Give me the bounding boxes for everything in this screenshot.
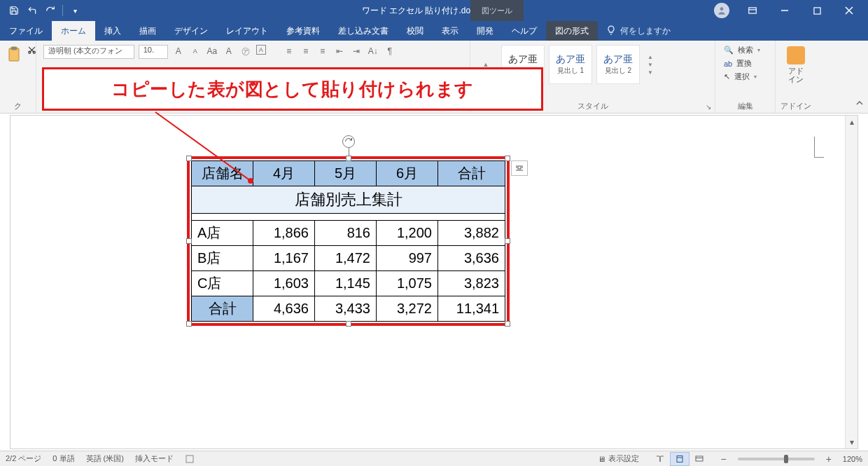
sort-icon[interactable]: A↓ — [367, 45, 379, 57]
display-settings[interactable]: 🖥 表示設定 — [598, 453, 639, 464]
style-gallery-down-icon[interactable]: ▼ — [648, 62, 653, 68]
print-layout-icon[interactable] — [670, 452, 690, 466]
tab-design[interactable]: デザイン — [165, 21, 217, 41]
callout-text: コピーした表が図として貼り付けられます — [111, 77, 474, 102]
layout-options-icon[interactable] — [511, 160, 528, 176]
tab-draw[interactable]: 描画 — [130, 21, 165, 41]
resize-handle[interactable] — [186, 156, 192, 161]
tab-file[interactable]: ファイル — [0, 21, 52, 41]
table-footer-row: 合計 4,636 3,433 3,272 11,341 — [192, 296, 505, 322]
title-bar: ▾ ワード エクセル 貼り付け.docx - Word 図ツール — [0, 0, 868, 21]
paste-icon[interactable] — [6, 43, 22, 66]
pasted-picture[interactable]: 店舗別売上集計 店舗名 4月 5月 6月 合計 A店 — [187, 156, 510, 326]
tab-help[interactable]: ヘルプ — [503, 21, 546, 41]
margin-marker — [814, 137, 824, 158]
tab-view[interactable]: 表示 — [433, 21, 468, 41]
decrease-font-icon[interactable]: A — [189, 45, 202, 57]
svg-rect-4 — [813, 7, 820, 13]
select-button[interactable]: ↖選択▾ — [724, 71, 765, 82]
annotation-callout: コピーした表が図として貼り付けられます — [42, 67, 543, 111]
qat-customize-icon[interactable]: ▾ — [66, 2, 83, 19]
vertical-scrollbar[interactable]: ▴ ▾ — [845, 116, 858, 448]
svg-rect-1 — [749, 8, 757, 13]
table-row: C店 1,603 1,145 1,075 3,823 — [192, 271, 505, 296]
tab-review[interactable]: 校閲 — [398, 21, 433, 41]
zoom-out-button[interactable]: − — [720, 453, 726, 465]
resize-handle[interactable] — [505, 321, 510, 327]
close-button[interactable] — [833, 0, 865, 21]
find-button[interactable]: 🔍検索▾ — [724, 45, 765, 55]
page[interactable]: 店舗別売上集計 店舗名 4月 5月 6月 合計 A店 — [10, 116, 844, 448]
numbering-icon[interactable]: ≡ — [300, 45, 312, 57]
collapse-ribbon-icon[interactable] — [855, 100, 864, 110]
resize-handle[interactable] — [505, 156, 510, 161]
resize-handle[interactable] — [346, 321, 351, 327]
scroll-up-icon[interactable]: ▴ — [846, 116, 858, 128]
clear-formatting-icon[interactable]: A — [223, 45, 235, 57]
tab-picture-format[interactable]: 図の形式 — [546, 21, 598, 41]
redo-icon[interactable] — [42, 2, 59, 19]
font-name-select[interactable]: 游明朝 (本文のフォン — [43, 45, 134, 59]
zoom-in-button[interactable]: + — [826, 453, 832, 465]
view-buttons — [650, 452, 709, 466]
user-avatar[interactable] — [714, 3, 729, 18]
increase-font-icon[interactable]: A — [172, 45, 185, 57]
tab-insert[interactable]: 挿入 — [95, 21, 130, 41]
tab-mailings[interactable]: 差し込み文書 — [329, 21, 398, 41]
bullets-icon[interactable]: ≡ — [283, 45, 295, 57]
show-marks-icon[interactable]: ¶ — [384, 45, 396, 57]
save-icon[interactable] — [6, 2, 22, 19]
tab-home[interactable]: ホーム — [52, 21, 95, 41]
zoom-level[interactable]: 120% — [843, 455, 862, 463]
insert-mode[interactable]: 挿入モード — [135, 453, 174, 464]
resize-handle[interactable] — [346, 156, 351, 161]
rotate-handle-icon[interactable] — [342, 135, 355, 148]
tab-developer[interactable]: 開発 — [468, 21, 503, 41]
web-layout-icon[interactable] — [690, 452, 709, 466]
document-area: 店舗別売上集計 店舗名 4月 5月 6月 合計 A店 — [10, 115, 858, 449]
font-size-select[interactable]: 10. — [139, 45, 168, 59]
language-indicator[interactable]: 英語 (米国) — [86, 453, 124, 464]
clipboard-label: ク — [0, 101, 36, 111]
minimize-button[interactable] — [769, 0, 801, 21]
quick-access-toolbar: ▾ — [0, 2, 83, 19]
word-count[interactable]: 0 単語 — [52, 453, 74, 464]
contextual-tab-header: 図ツール — [470, 0, 524, 21]
page-indicator[interactable]: 2/2 ページ — [6, 453, 41, 464]
tab-references[interactable]: 参考資料 — [277, 21, 329, 41]
change-case-icon[interactable]: Aa — [206, 45, 218, 57]
maximize-button[interactable] — [801, 0, 833, 21]
styles-launcher-icon[interactable]: ↘ — [704, 102, 713, 111]
group-editing: 🔍検索▾ ab置換 ↖選択▾ 編集 — [715, 41, 776, 113]
style-gallery-more-icon[interactable]: ▼ — [648, 69, 653, 76]
style-gallery-up-icon[interactable]: ▲ — [648, 54, 653, 60]
table-header-row: 店舗名 4月 5月 6月 合計 — [192, 161, 505, 186]
read-mode-icon[interactable] — [650, 452, 670, 466]
ribbon-display-options-icon[interactable] — [736, 0, 769, 21]
svg-rect-24 — [696, 456, 703, 461]
phonetic-guide-icon[interactable]: ㋐ — [239, 45, 252, 57]
svg-rect-22 — [677, 455, 682, 462]
char-border-icon[interactable]: A — [256, 45, 266, 55]
status-bar: 2/2 ページ 0 単語 英語 (米国) 挿入モード 🖥 表示設定 − + 12… — [0, 451, 868, 466]
qat-separator — [62, 5, 63, 16]
style-heading-2[interactable]: あア亜 見出し 2 — [596, 45, 640, 84]
decrease-indent-icon[interactable]: ⇤ — [333, 45, 346, 57]
zoom-slider-thumb[interactable] — [784, 455, 788, 463]
macro-record-icon[interactable] — [185, 454, 195, 464]
increase-indent-icon[interactable]: ⇥ — [350, 45, 363, 57]
resize-handle[interactable] — [186, 321, 192, 327]
zoom-slider[interactable] — [738, 458, 815, 460]
scroll-down-icon[interactable]: ▾ — [846, 436, 858, 448]
group-clipboard: ク — [0, 41, 36, 113]
style-heading-1[interactable]: あア亜 見出し 1 — [549, 45, 592, 84]
addin-icon[interactable] — [787, 46, 805, 64]
tell-me-search[interactable]: 何をしますか — [598, 21, 679, 41]
resize-handle[interactable] — [186, 238, 192, 244]
table-row: A店 1,866 816 1,200 3,882 — [192, 221, 505, 246]
tab-layout[interactable]: レイアウト — [217, 21, 277, 41]
undo-icon[interactable] — [24, 2, 41, 19]
replace-button[interactable]: ab置換 — [724, 58, 765, 69]
multilevel-icon[interactable]: ≡ — [316, 45, 329, 57]
resize-handle[interactable] — [505, 238, 510, 244]
